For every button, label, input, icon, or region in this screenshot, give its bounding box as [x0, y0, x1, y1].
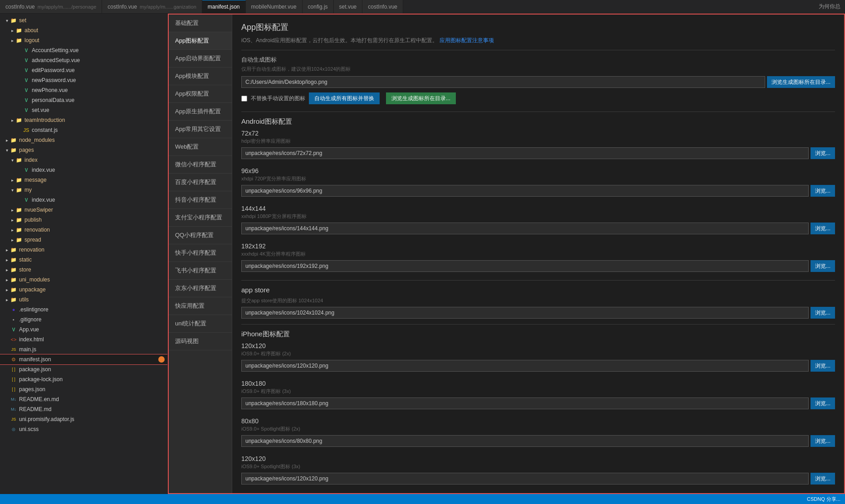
sidebar-item-readmeenmd[interactable]: M↓ README.en.md — [0, 394, 167, 404]
sidebar-item-about[interactable]: 📁 about — [0, 25, 167, 35]
tab-manifest[interactable]: manifest.json — [202, 0, 246, 14]
label-appvue: App.vue — [19, 326, 167, 333]
sidebar-item-utils[interactable]: 📁 utils — [0, 295, 167, 305]
nav-item-jingdong[interactable]: 京东小程序配置 — [169, 280, 232, 297]
sidebar-item-mainjs[interactable]: JS main.js — [0, 344, 167, 354]
logo-path-input[interactable] — [241, 76, 765, 88]
sidebar-item-readmemd[interactable]: M↓ README.md — [0, 404, 167, 414]
icon-path-iphone-120-2x[interactable] — [241, 360, 809, 372]
nav-item-kuaiyong[interactable]: 快应用配置 — [169, 297, 232, 315]
no-replace-checkbox[interactable] — [241, 96, 247, 102]
nav-item-web[interactable]: Web配置 — [169, 138, 232, 156]
tab-mobile[interactable]: mobileNumber.vue — [246, 0, 303, 14]
auto-gen-btn[interactable]: 自动生成所有图标并替换 — [309, 92, 380, 104]
arrow-nodemodules — [4, 137, 10, 143]
sidebar-item-spread[interactable]: 📁 spread — [0, 235, 167, 245]
browse-btn-72[interactable]: 浏览... — [811, 147, 835, 159]
appstore-path-input[interactable] — [241, 307, 809, 319]
tab-1[interactable]: costInfo.vue my/apply/m......ganization — [102, 0, 202, 14]
nav-item-apptubiao[interactable]: App图标配置 — [169, 32, 232, 50]
browse-btn-iphone-180[interactable]: 浏览... — [811, 397, 835, 409]
sidebar-item-gitignore[interactable]: ▪ .gitignore — [0, 315, 167, 325]
sidebar-item-store[interactable]: 📁 store — [0, 265, 167, 275]
nav-item-feishu[interactable]: 飞书小程序配置 — [169, 262, 232, 280]
sidebar-item-unpackage[interactable]: 📁 unpackage — [0, 285, 167, 295]
tab-0[interactable]: costInfo.vue my/apply/m....../personage — [0, 0, 102, 14]
sidebar-item-indexhtml[interactable]: <> index.html — [0, 334, 167, 344]
sidebar-item-manifestjson[interactable]: ⚙ manifest.json — [0, 354, 167, 364]
browse-dir-btn[interactable]: 浏览生成图标所在目录... — [386, 92, 456, 104]
nav-label-yuanma: 源码视图 — [175, 338, 199, 344]
browse-logo-btn[interactable]: 浏览生成图标所在目录... — [767, 76, 835, 88]
browse-btn-96[interactable]: 浏览... — [811, 185, 835, 197]
nav-item-appquan[interactable]: App权限配置 — [169, 85, 232, 103]
sidebar-item-nodemodules[interactable]: 📁 node_modules — [0, 135, 167, 145]
content-link[interactable]: 应用图标配置注意事项 — [440, 37, 494, 44]
sidebar-item-newphone[interactable]: V newPhone.vue — [0, 85, 167, 95]
sidebar-item-renovation-sub[interactable]: 📁 renovation — [0, 225, 167, 235]
appstore-browse-btn[interactable]: 浏览... — [811, 307, 835, 319]
icon-path-input-144[interactable] — [241, 223, 809, 234]
nav-item-appyuan[interactable]: App原生插件配置 — [169, 103, 232, 121]
sidebar-item-packagejson[interactable]: [ ] package.json — [0, 364, 167, 374]
sidebar-item-indexvue[interactable]: V index.vue — [0, 165, 167, 175]
icon-path-input-96[interactable] — [241, 185, 809, 197]
sidebar-item-uniscss[interactable]: ◎ uni.scss — [0, 424, 167, 434]
sidebar-item-set[interactable]: 📁 set — [0, 15, 167, 25]
sidebar-item-eslintignore[interactable]: ● .eslintignore — [0, 305, 167, 315]
sidebar-item-pagesjson[interactable]: [ ] pages.json — [0, 384, 167, 394]
icon-path-input-72[interactable] — [241, 147, 809, 159]
sidebar-item-newpassword[interactable]: V newPassword.vue — [0, 75, 167, 85]
label-personaldata: personalData.vue — [32, 97, 167, 103]
sidebar-item-indexvue2[interactable]: V index.vue — [0, 195, 167, 205]
icon-path-iphone-80[interactable] — [241, 435, 809, 447]
sidebar-item-appvue[interactable]: V App.vue — [0, 325, 167, 334]
sidebar-item-pages[interactable]: 📁 pages — [0, 145, 167, 155]
nav-item-appchang[interactable]: App常用其它设置 — [169, 121, 232, 138]
sidebar-item-unipromisify[interactable]: JS uni.promisify.adaptor.js — [0, 414, 167, 424]
nav-item-zhifubao[interactable]: 支付宝小程序配置 — [169, 209, 232, 227]
sidebar-item-my[interactable]: 📁 my — [0, 185, 167, 195]
sidebar-item-editpassword[interactable]: V editPassword.vue — [0, 65, 167, 75]
sidebar-item-static[interactable]: 📁 static — [0, 255, 167, 265]
sidebar-item-teamintro[interactable]: 📁 teamIntroduction — [0, 115, 167, 125]
sidebar-item-index[interactable]: 📁 index — [0, 155, 167, 165]
tab-config[interactable]: config.js — [303, 0, 334, 14]
tab-costinfo2[interactable]: costInfo.vue — [362, 0, 403, 14]
js-icon-unipromisify: JS — [10, 416, 17, 423]
nav-item-yuanma[interactable]: 源码视图 — [169, 333, 232, 350]
divider-iphone — [241, 324, 835, 325]
browse-btn-144[interactable]: 浏览... — [811, 223, 835, 234]
nav-item-baidu[interactable]: 百度小程序配置 — [169, 174, 232, 191]
icon-path-input-192[interactable] — [241, 260, 809, 272]
nav-item-weixin[interactable]: 微信小程序配置 — [169, 156, 232, 174]
browse-btn-iphone-120-3x[interactable]: 浏览... — [811, 473, 835, 485]
tab-set[interactable]: set.vue — [334, 0, 363, 14]
icon-path-iphone-180[interactable] — [241, 397, 809, 409]
sidebar-item-logout[interactable]: 📁 logout — [0, 35, 167, 45]
nav-item-uni[interactable]: uni统计配置 — [169, 315, 232, 333]
label-logout: logout — [24, 37, 167, 44]
sidebar-item-uni-modules[interactable]: 📁 uni_modules — [0, 275, 167, 285]
sidebar-item-nvueswiper[interactable]: 📁 nvueSwiper — [0, 205, 167, 215]
sidebar-item-renovation[interactable]: 📁 renovation — [0, 245, 167, 255]
nav-item-appmo[interactable]: App模块配置 — [169, 68, 232, 85]
icon-path-iphone-120-3x[interactable] — [241, 473, 809, 485]
browse-btn-iphone-120-2x[interactable]: 浏览... — [811, 360, 835, 372]
sidebar-item-accountsetting[interactable]: V AccountSetting.vue — [0, 45, 167, 55]
sidebar-item-setvue[interactable]: V set.vue — [0, 105, 167, 115]
nav-item-douyin[interactable]: 抖音小程序配置 — [169, 191, 232, 209]
sidebar-item-personaldata[interactable]: V personalData.vue — [0, 95, 167, 105]
sidebar-item-advancedsetup[interactable]: V advancedSetup.vue — [0, 55, 167, 65]
browse-btn-192[interactable]: 浏览... — [811, 260, 835, 272]
nav-item-appqidong[interactable]: App启动界面配置 — [169, 50, 232, 68]
sidebar-item-publish[interactable]: 📁 publish — [0, 215, 167, 225]
sidebar-item-message[interactable]: 📁 message — [0, 175, 167, 185]
sidebar-item-constantjs[interactable]: JS constant.js — [0, 125, 167, 135]
nav-item-kuaishou[interactable]: 快手小程序配置 — [169, 244, 232, 262]
browse-btn-iphone-80[interactable]: 浏览... — [811, 435, 835, 447]
sidebar-item-packagelockjson[interactable]: [ ] package-lock.json — [0, 374, 167, 384]
nav-label-kuaiyong: 快应用配置 — [175, 302, 205, 309]
nav-item-qq[interactable]: QQ小程序配置 — [169, 227, 232, 244]
nav-item-jichupeizhui[interactable]: 基础配置 — [169, 15, 232, 32]
